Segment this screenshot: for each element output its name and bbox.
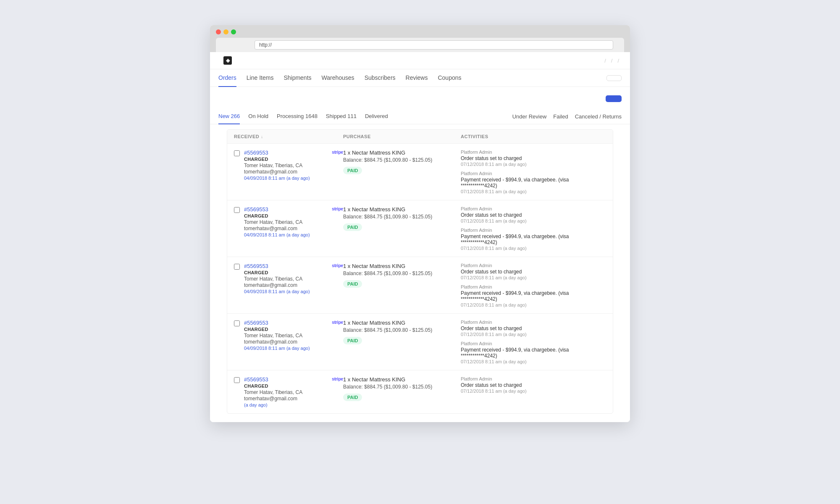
app-content: ◈ / / / Orders Line Items Shipments Ware…: [210, 52, 630, 422]
received-cell: #5569553 CHARGED Tomer Hatav, Tiberias, …: [234, 150, 343, 181]
traffic-light-yellow[interactable]: [223, 29, 228, 34]
purchase-cell: 1 x Nectar Mattress KING Balance: $884.7…: [343, 320, 461, 344]
order-controls: [210, 87, 630, 109]
header-activities-label: ACTIVITIES: [461, 134, 488, 139]
activity-date: 07/12/2018 8:11 am (a day ago): [461, 218, 606, 223]
activities-cell: Platform Admin Order status set to charg…: [461, 263, 606, 307]
header-purchase: PURCHASE: [343, 134, 461, 139]
tab-shipped[interactable]: Shipped 111: [326, 109, 357, 124]
tools-button[interactable]: [606, 75, 622, 81]
received-cell: #5569553 CHARGED Tomer Hatav, Tiberias, …: [234, 376, 343, 407]
activity-text: Order status set to charged: [461, 269, 606, 275]
stripe-logo: stripe: [332, 320, 343, 325]
stripe-logo: stripe: [332, 150, 343, 155]
table-row: #5569553 CHARGED Tomer Hatav, Tiberias, …: [227, 257, 613, 314]
purchase-cell: 1 x Nectar Mattress KING Balance: $884.7…: [343, 263, 461, 288]
activity-block: Platform Admin Order status set to charg…: [461, 206, 606, 223]
activity-block: Platform Admin Payment received - $994.9…: [461, 171, 606, 194]
product-balance: Balance: $884.75 ($1,009.80 - $125.05): [343, 270, 461, 276]
activity-block: Platform Admin Payment received - $994.9…: [461, 341, 606, 364]
nav-item-lineitems[interactable]: Line Items: [247, 69, 274, 87]
row-checkbox[interactable]: [234, 264, 240, 270]
order-id[interactable]: #5569553: [244, 150, 328, 156]
logo-icon: ◈: [223, 56, 232, 65]
activity-text: Payment received - $994.9, via chargebee…: [461, 347, 606, 359]
sort-icon[interactable]: ↓: [261, 134, 263, 139]
order-tab-right: Under Review Failed Canceled / Returns: [512, 113, 622, 120]
order-customer: Tomer Hatav, Tiberias, CA: [244, 333, 328, 339]
activity-date: 07/12/2018 8:11 am (a day ago): [461, 162, 606, 167]
order-status: CHARGED: [244, 383, 328, 388]
save-icon[interactable]: [588, 92, 601, 105]
traffic-light-green[interactable]: [231, 29, 236, 34]
paid-badge: PAID: [343, 167, 362, 174]
refresh-icon[interactable]: [570, 92, 584, 105]
nav-item-reviews[interactable]: Reviews: [406, 69, 428, 87]
order-info: #5569553 CHARGED Tomer Hatav, Tiberias, …: [244, 150, 328, 181]
tab-under-review[interactable]: Under Review: [512, 113, 547, 120]
tab-new[interactable]: New 266: [218, 109, 240, 124]
paid-badge: PAID: [343, 394, 362, 401]
activity-date: 07/12/2018 8:11 am (a day ago): [461, 275, 606, 280]
order-customer: Tomer Hatav, Tiberias, CA: [244, 389, 328, 395]
nav-item-warehouses[interactable]: Warehouses: [322, 69, 354, 87]
stripe-logo: stripe: [332, 206, 343, 211]
nav-item-coupons[interactable]: Coupons: [438, 69, 461, 87]
product-name: 1 x Nectar Mattress KING: [343, 263, 461, 269]
product-balance: Balance: $884.75 ($1,009.80 - $125.05): [343, 384, 461, 390]
tab-canceled[interactable]: Canceled / Returns: [575, 113, 622, 120]
activity-date: 07/12/2018 8:11 am (a day ago): [461, 246, 606, 251]
address-bar[interactable]: [255, 40, 613, 50]
nav-item-subscribers[interactable]: Subscribers: [365, 69, 396, 87]
paid-badge: PAID: [343, 280, 362, 288]
activities-cell: Platform Admin Order status set to charg…: [461, 376, 606, 394]
orders-table: RECEIVED ↓ PURCHASE ACTIVITIES #5569553 …: [227, 129, 613, 414]
activity-block: Platform Admin Order status set to charg…: [461, 376, 606, 394]
nav-item-orders[interactable]: Orders: [218, 69, 236, 87]
reload-button[interactable]: [242, 41, 250, 49]
product-balance: Balance: $884.75 ($1,009.80 - $125.05): [343, 157, 461, 163]
nav-item-shipments[interactable]: Shipments: [284, 69, 311, 87]
tab-failed[interactable]: Failed: [553, 113, 568, 120]
order-date: (a day ago): [244, 402, 328, 407]
activity-date: 07/12/2018 8:11 am (a day ago): [461, 189, 606, 194]
back-button[interactable]: [220, 41, 228, 49]
stripe-badge: stripe: [332, 263, 343, 269]
paid-badge: PAID: [343, 337, 362, 344]
browser-nav-bar: [216, 38, 624, 52]
tab-processing[interactable]: Processing 1648: [277, 109, 318, 124]
forward-button[interactable]: [231, 41, 239, 49]
order-info: #5569553 CHARGED Tomer Hatav, Tiberias, …: [244, 320, 328, 351]
activity-block: Platform Admin Payment received - $994.9…: [461, 228, 606, 251]
main-nav: Orders Line Items Shipments Warehouses S…: [210, 69, 630, 87]
stripe-badge: stripe: [332, 150, 343, 155]
stripe-logo: stripe: [332, 263, 343, 268]
order-status: CHARGED: [244, 213, 328, 218]
row-checkbox[interactable]: [234, 207, 240, 213]
order-id[interactable]: #5569553: [244, 263, 328, 269]
table-row: #5569553 CHARGED Tomer Hatav, Tiberias, …: [227, 144, 613, 200]
separator-1: /: [604, 58, 606, 64]
activity-block: Platform Admin Payment received - $994.9…: [461, 284, 606, 307]
tab-delivered[interactable]: Delivered: [365, 109, 388, 124]
row-checkbox[interactable]: [234, 150, 240, 156]
search-icon[interactable]: [553, 92, 566, 105]
all-orders-button[interactable]: [606, 95, 622, 102]
row-checkbox[interactable]: [234, 320, 240, 326]
order-id[interactable]: #5569553: [244, 320, 328, 326]
row-checkbox[interactable]: [234, 377, 240, 383]
order-date: 04/09/2018 8:11 am (a day ago): [244, 346, 328, 351]
stripe-badge: stripe: [332, 376, 343, 382]
activity-block: Platform Admin Order status set to charg…: [461, 263, 606, 280]
product-name: 1 x Nectar Mattress KING: [343, 150, 461, 156]
order-info: #5569553 CHARGED Tomer Hatav, Tiberias, …: [244, 263, 328, 294]
logo-shield-icon: ◈: [226, 58, 230, 63]
purchase-cell: 1 x Nectar Mattress KING Balance: $884.7…: [343, 376, 461, 401]
product-name: 1 x Nectar Mattress KING: [343, 376, 461, 383]
order-customer: Tomer Hatav, Tiberias, CA: [244, 276, 328, 282]
header-received-label: RECEIVED: [234, 134, 259, 139]
order-id[interactable]: #5569553: [244, 376, 328, 383]
traffic-light-red[interactable]: [216, 29, 221, 34]
order-id[interactable]: #5569553: [244, 206, 328, 213]
tab-onhold[interactable]: On Hold: [248, 109, 268, 124]
